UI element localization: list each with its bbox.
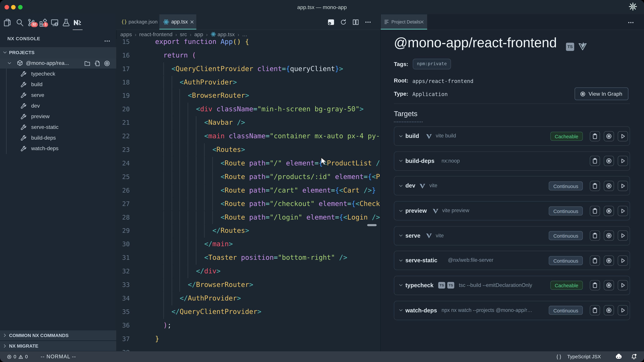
play-button[interactable] bbox=[618, 280, 628, 291]
chevron-down-icon[interactable] bbox=[398, 258, 403, 263]
tree-item-target[interactable]: serve bbox=[0, 90, 116, 100]
target-icon[interactable] bbox=[104, 60, 110, 66]
refresh-icon[interactable] bbox=[340, 19, 347, 25]
tree-item-target[interactable]: dev bbox=[0, 100, 116, 111]
copy-button[interactable] bbox=[590, 156, 600, 166]
chevron-down-icon[interactable] bbox=[398, 183, 403, 188]
panel-more-actions-icon[interactable] bbox=[628, 19, 634, 26]
warnings-icon[interactable] bbox=[18, 355, 23, 359]
tree-item-target[interactable]: preview bbox=[0, 111, 116, 122]
eye-button[interactable] bbox=[604, 255, 614, 266]
chevron-down-icon[interactable] bbox=[398, 308, 403, 313]
tab-package-json[interactable]: {}package.json bbox=[116, 14, 159, 30]
section-nx-migrate[interactable]: NX MIGRATE bbox=[0, 341, 116, 351]
eye-button[interactable] bbox=[604, 131, 614, 141]
copy-button[interactable] bbox=[590, 255, 600, 266]
target-card-serve[interactable]: serveviteContinuous bbox=[394, 226, 630, 245]
error-count[interactable]: 0 bbox=[14, 351, 16, 362]
close-icon[interactable] bbox=[420, 20, 424, 24]
project-title: @mono-app/react-frontend bbox=[394, 35, 557, 50]
activity-item-files[interactable] bbox=[4, 18, 12, 27]
chevron-down-icon[interactable] bbox=[398, 159, 403, 163]
tree-item-target[interactable]: build bbox=[0, 79, 116, 90]
type-label: Type: bbox=[394, 91, 408, 97]
target-card-typecheck[interactable]: typecheckTSTStsc --build --emitDeclarati… bbox=[394, 276, 630, 295]
settings-gear-icon[interactable] bbox=[629, 2, 637, 11]
folder-icon[interactable] bbox=[84, 60, 90, 66]
code-editor[interactable]: 15export function App() {16return (17<Qu… bbox=[116, 39, 380, 352]
activity-item-source-control[interactable]: 32 bbox=[27, 18, 35, 27]
open-preview-icon[interactable] bbox=[327, 18, 335, 26]
more-actions-icon[interactable] bbox=[365, 19, 371, 25]
eye-button[interactable] bbox=[604, 230, 614, 241]
play-button[interactable] bbox=[618, 206, 628, 216]
language-mode[interactable]: TypeScript JSX bbox=[567, 351, 601, 362]
play-icon bbox=[620, 133, 626, 139]
tree-item-target[interactable]: serve-static bbox=[0, 122, 116, 133]
play-icon bbox=[620, 257, 626, 264]
target-card-preview[interactable]: previewvite previewContinuous bbox=[394, 201, 630, 220]
breadcrumb-item-file[interactable]: app.tsx bbox=[218, 31, 235, 37]
split-editor-icon[interactable] bbox=[352, 19, 359, 25]
tree-item-project[interactable]: @mono-app/rea... bbox=[0, 58, 116, 68]
chevron-down-icon[interactable] bbox=[398, 208, 403, 213]
copy-button[interactable] bbox=[590, 230, 600, 241]
errors-icon[interactable] bbox=[7, 355, 12, 359]
activity-item-beaker[interactable] bbox=[62, 18, 70, 27]
tab-project-details[interactable]: Project Details bbox=[380, 14, 427, 30]
tree-item-target[interactable]: watch-deps bbox=[0, 143, 116, 154]
eye-button[interactable] bbox=[604, 206, 614, 216]
tab-app-tsx[interactable]: app.tsx bbox=[159, 14, 196, 30]
eye-button[interactable] bbox=[604, 305, 614, 316]
play-button[interactable] bbox=[618, 156, 628, 166]
eye-button[interactable] bbox=[604, 181, 614, 191]
activity-item-nx[interactable] bbox=[74, 18, 82, 27]
breadcrumb-item[interactable]: src bbox=[180, 31, 187, 37]
scrollbar-thumb[interactable] bbox=[367, 224, 376, 226]
breadcrumb-more[interactable]: … bbox=[242, 31, 247, 37]
target-card-build-deps[interactable]: build-depsnx:noop bbox=[394, 151, 630, 171]
target-name: build-deps bbox=[405, 152, 434, 170]
target-card-watch-deps[interactable]: watch-depsnpx nx watch --projects @mono-… bbox=[394, 301, 630, 320]
breadcrumb-item[interactable]: react-frontend bbox=[139, 31, 172, 37]
view-in-graph-button[interactable]: View In Graph bbox=[574, 87, 628, 100]
line-number: 30 bbox=[116, 238, 130, 251]
copy-button[interactable] bbox=[590, 305, 600, 316]
target-card-serve-static[interactable]: serve-static@nx/web:file-serverContinuou… bbox=[394, 251, 630, 270]
chevron-down-icon[interactable] bbox=[398, 134, 403, 138]
activity-item-extensions[interactable]: 1 bbox=[39, 18, 47, 27]
copy-button[interactable] bbox=[590, 181, 600, 191]
chevron-right-icon bbox=[2, 333, 8, 338]
target-card-build[interactable]: buildvite buildCacheable bbox=[394, 126, 630, 146]
play-button[interactable] bbox=[618, 230, 628, 241]
section-common-nx-commands[interactable]: COMMON NX COMMANDS bbox=[0, 330, 116, 340]
status-bar: 0 0 -- NORMAL -- { } TypeScript JSX bbox=[0, 351, 644, 362]
notifications-bell-icon[interactable] bbox=[631, 354, 637, 360]
play-button[interactable] bbox=[618, 255, 628, 266]
tree-item-target[interactable]: build-deps bbox=[0, 133, 116, 143]
breadcrumb[interactable]: apps›react-frontend›src›app›app.tsx›… bbox=[120, 30, 248, 39]
play-button[interactable] bbox=[618, 181, 628, 191]
open-config-icon[interactable] bbox=[94, 60, 100, 66]
copy-button[interactable] bbox=[590, 280, 600, 291]
play-button[interactable] bbox=[618, 305, 628, 316]
tree-section-projects[interactable]: PROJECTS bbox=[0, 47, 116, 58]
breadcrumb-item[interactable]: app bbox=[194, 31, 203, 37]
sidebar-more-actions-icon[interactable] bbox=[104, 38, 110, 44]
eye-button[interactable] bbox=[604, 156, 614, 166]
copilot-icon[interactable] bbox=[615, 354, 622, 360]
breadcrumb-item[interactable]: apps bbox=[120, 31, 132, 37]
eye-button[interactable] bbox=[604, 280, 614, 291]
copy-button[interactable] bbox=[590, 206, 600, 216]
activity-item-remote[interactable] bbox=[50, 18, 58, 27]
close-icon[interactable] bbox=[190, 20, 194, 24]
tree-item-target[interactable]: typecheck bbox=[0, 68, 116, 79]
chevron-down-icon[interactable] bbox=[398, 283, 403, 288]
play-button[interactable] bbox=[618, 131, 628, 141]
activity-item-search[interactable] bbox=[16, 18, 24, 27]
copy-button[interactable] bbox=[590, 131, 600, 141]
warning-count[interactable]: 0 bbox=[25, 351, 28, 362]
chevron-down-icon[interactable] bbox=[398, 233, 403, 238]
target-card-dev[interactable]: devviteContinuous bbox=[394, 176, 630, 195]
typescript-badge: TS bbox=[447, 282, 454, 289]
